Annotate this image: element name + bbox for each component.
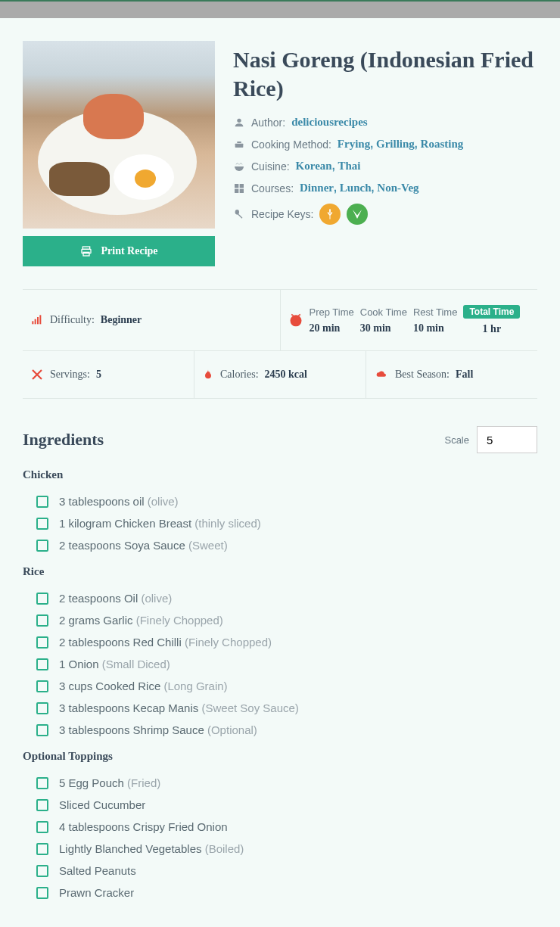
print-recipe-button[interactable]: Print Recipe [23, 236, 215, 266]
ingredient-item: 2 grams Garlic (Finely Chopped) [36, 609, 537, 631]
ingredient-checkbox[interactable] [36, 658, 48, 670]
header-row: Print Recipe Nasi Goreng (Indonesian Fri… [23, 41, 537, 266]
author-link[interactable]: deliciousrecipes [291, 116, 368, 128]
ingredient-checkbox[interactable] [36, 821, 48, 833]
season-value: Fall [456, 369, 473, 381]
servings-cell: Servings: 5 [23, 351, 194, 398]
time-cell: Prep Time 20 min Cook Time 30 min Rest T… [281, 290, 538, 350]
ingredient-note: (Long Grain) [163, 680, 227, 692]
calories-label: Calories: [220, 369, 259, 381]
prep-label: Prep Time [310, 306, 354, 318]
calories-cell: Calories: 2450 kcal [194, 351, 366, 398]
ingredient-note: (Optional) [207, 723, 257, 736]
ingredient-checkbox[interactable] [36, 843, 48, 855]
svg-rect-7 [240, 184, 244, 188]
ingredient-group-title: Optional Toppings [23, 750, 537, 763]
cook-value: 30 min [360, 322, 407, 334]
scale-input[interactable] [477, 426, 537, 453]
meta-column: Nasi Goreng (Indonesian Fried Rice) Auth… [233, 41, 537, 266]
ingredient-checkbox[interactable] [36, 614, 48, 627]
cook-label: Cook Time [360, 306, 407, 318]
info-bar-2: Servings: 5 Calories: 2450 kcal Best Sea… [23, 351, 537, 399]
ingredient-item: 3 tablespoons Shrimp Sauce (Optional) [36, 719, 537, 741]
ingredient-checkbox[interactable] [36, 518, 48, 530]
grid-icon [233, 182, 245, 194]
utensils-icon [30, 368, 44, 381]
ingredient-text: Prawn Cracker [59, 886, 134, 899]
recipe-title: Nasi Goreng (Indonesian Fried Rice) [233, 45, 537, 102]
courses-label: Courses: [251, 182, 294, 194]
svg-rect-8 [235, 188, 238, 192]
method-link[interactable]: Grilling [376, 138, 415, 150]
ingredient-item: 3 tablespoons Kecap Manis (Sweet Soy Sau… [36, 697, 537, 719]
clock-icon [288, 313, 303, 328]
ingredient-item: 2 teaspoons Soya Sauce (Sweet) [36, 534, 537, 556]
rest-value: 10 min [413, 322, 458, 334]
ingredient-checkbox[interactable] [36, 702, 48, 714]
cuisine-line: Cuisine: Korean, Thai [233, 160, 537, 173]
page-container: Print Recipe Nasi Goreng (Indonesian Fri… [0, 18, 560, 926]
course-link[interactable]: Non-Veg [377, 182, 418, 194]
vegan-badge-icon[interactable] [347, 204, 368, 225]
svg-rect-6 [235, 184, 238, 188]
author-line: Author: deliciousrecipes [233, 116, 537, 129]
bars-icon [30, 314, 44, 326]
ingredient-item: 5 Egg Pouch (Fried) [36, 772, 537, 794]
ingredient-checkbox[interactable] [36, 777, 48, 789]
cook-time-block: Cook Time 30 min [360, 306, 407, 334]
ingredient-note: (Small Diced) [102, 658, 170, 670]
ingredient-list: 2 teaspoons Oil (olive)2 grams Garlic (F… [23, 587, 537, 741]
servings-label: Servings: [50, 369, 90, 381]
ingredient-item: 3 tablespoons oil (olive) [36, 490, 537, 512]
ingredient-note: (Sweet) [188, 539, 228, 552]
ingredient-text: 2 tablespoons Red Chilli (Finely Chopped… [59, 636, 272, 649]
total-time-block: Total Time 1 hr [463, 305, 520, 335]
ingredient-item: Sliced Cucumber [36, 794, 537, 816]
ingredient-item: Salted Peanuts [36, 860, 537, 882]
svg-rect-13 [37, 317, 39, 324]
cuisine-link[interactable]: Korean [296, 160, 332, 172]
method-link[interactable]: Frying [338, 138, 370, 150]
method-label: Cooking Method: [251, 138, 331, 151]
ingredient-checkbox[interactable] [36, 540, 48, 552]
calories-value: 2450 kcal [265, 369, 307, 381]
fire-icon [202, 368, 214, 381]
ingredient-checkbox[interactable] [36, 593, 48, 605]
svg-rect-4 [235, 143, 244, 147]
wheat-badge-icon[interactable] [319, 204, 341, 225]
ingredient-text: 3 cups Cooked Rice (Long Grain) [59, 680, 228, 692]
ingredient-list: 3 tablespoons oil (olive)1 kilogram Chic… [23, 490, 537, 556]
ingredient-checkbox[interactable] [36, 496, 48, 508]
ingredient-text: Lightly Blanched Vegetables (Boiled) [59, 842, 244, 855]
ingredient-group-title: Chicken [23, 468, 537, 481]
ingredient-text: 3 tablespoons Kecap Manis (Sweet Soy Sau… [59, 701, 299, 714]
ingredient-checkbox[interactable] [36, 865, 48, 877]
total-label: Total Time [463, 305, 520, 319]
course-link[interactable]: Lunch [340, 182, 372, 194]
ingredient-text: 4 tablespoons Crispy Fried Onion [59, 820, 228, 833]
ingredients-body: Chicken3 tablespoons oil (olive)1 kilogr… [23, 468, 537, 904]
ingredient-checkbox[interactable] [36, 799, 48, 811]
ingredient-note: (Fried) [127, 776, 160, 789]
difficulty-cell: Difficulty: Beginner [23, 290, 281, 350]
ingredient-text: Sliced Cucumber [59, 798, 145, 811]
ingredient-note: (Finely Chopped) [185, 636, 272, 649]
ingredient-item: Lightly Blanched Vegetables (Boiled) [36, 838, 537, 860]
course-link[interactable]: Dinner [300, 182, 334, 194]
ingredients-heading: Ingredients [23, 430, 104, 450]
season-cell: Best Season: Fall [366, 351, 537, 398]
keys-line: Recipe Keys: [233, 204, 537, 225]
ingredient-note: (Sweet Soy Sauce) [201, 701, 298, 714]
ingredient-checkbox[interactable] [36, 680, 48, 692]
method-link[interactable]: Roasting [421, 138, 464, 150]
prep-time-block: Prep Time 20 min [310, 306, 354, 334]
ingredient-checkbox[interactable] [36, 636, 48, 649]
ingredient-text: 2 teaspoons Soya Sauce (Sweet) [59, 539, 228, 552]
ingredient-checkbox[interactable] [36, 724, 48, 736]
ingredient-note: (Boiled) [205, 842, 244, 855]
ingredient-item: Prawn Cracker [36, 882, 537, 904]
cuisine-link[interactable]: Thai [338, 160, 360, 172]
ingredient-checkbox[interactable] [36, 887, 48, 899]
cuisine-links: Korean, Thai [296, 160, 361, 173]
svg-rect-5 [237, 142, 241, 143]
